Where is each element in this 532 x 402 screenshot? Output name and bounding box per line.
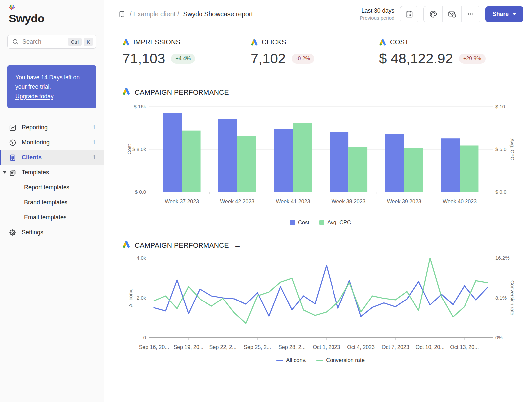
svg-text:$ 10: $ 10 [495, 104, 505, 109]
campaign-performance-line-chart: 4.0k2.0k016.2%8.1%0%All conv.Conversion … [122, 251, 519, 363]
svg-text:Week 42 2023: Week 42 2023 [220, 199, 254, 204]
upgrade-link[interactable]: Upgrade today [15, 93, 53, 100]
main-area: / Example client / Swydo Showcase report… [104, 0, 532, 402]
sidebar-item-monitoring[interactable]: Monitoring1 [0, 135, 104, 150]
svg-text:Oct 7, 2023: Oct 7, 2023 [382, 344, 409, 350]
key-ctrl: Ctrl [68, 38, 82, 46]
swydo-logo[interactable]: Swydo [0, 0, 104, 28]
share-button[interactable]: Share [485, 6, 523, 22]
report-tools-group [423, 6, 480, 22]
sidebar-item-label: Templates [22, 169, 49, 176]
svg-text:Week 38 2023: Week 38 2023 [332, 199, 366, 204]
kpi-label: CLICKS [262, 38, 286, 46]
ellipsis-icon [467, 10, 475, 18]
sidebar-item-templates[interactable]: Templates [0, 165, 104, 180]
palette-icon [429, 10, 437, 18]
breadcrumb-client[interactable]: / Example client / [130, 10, 179, 18]
svg-text:$ 0.0: $ 0.0 [135, 189, 146, 195]
svg-text:Week 40 2023: Week 40 2023 [443, 199, 477, 204]
schedule-email-button[interactable] [442, 6, 461, 22]
key-k: K [84, 38, 93, 46]
bar-chart-canvas: $ 16k$ 8.0k$ 0.0$ 10$ 5.0$ 0.0CostAvg. C… [122, 98, 518, 215]
sidebar: Swydo Search Ctrl K You have 14 Days lef… [0, 0, 104, 402]
kpi-value: 71,103 [122, 51, 165, 67]
svg-text:Week 41 2023: Week 41 2023 [276, 199, 310, 204]
svg-text:Oct 4, 2023: Oct 4, 2023 [347, 344, 375, 350]
chart-legend: All conv.Conversion rate [122, 357, 519, 363]
reporting-icon [9, 124, 17, 132]
legend-item-cost: Cost [290, 219, 309, 226]
svg-text:$ 0.0: $ 0.0 [495, 189, 506, 195]
kpi-value: $ 48,122.92 [379, 51, 453, 67]
section-title-campaign-performance-2: CAMPAIGN PERFORMANCE → [122, 240, 519, 250]
legend-item-avg-cpc: Avg. CPC [319, 219, 351, 226]
breadcrumb: / Example client / Swydo Showcase report [118, 10, 253, 18]
svg-text:0%: 0% [495, 335, 503, 340]
logo-spark-icon [8, 3, 16, 11]
legend-item-all-conv-: All conv. [276, 357, 306, 363]
svg-text:Oct 13, 20...: Oct 13, 20... [450, 344, 479, 350]
logo-wordmark: Swydo [9, 12, 104, 25]
svg-text:Week 37 2023: Week 37 2023 [165, 199, 199, 204]
search-input[interactable]: Search Ctrl K [7, 35, 96, 49]
svg-text:Cost: Cost [126, 144, 132, 155]
svg-text:All conv.: All conv. [128, 289, 133, 307]
share-caret-icon [512, 13, 516, 15]
campaign-performance-bar-chart: $ 16k$ 8.0k$ 0.0$ 10$ 5.0$ 0.0CostAvg. C… [122, 98, 519, 226]
kpi-delta-badge: -0.2% [292, 54, 314, 64]
more-options-button[interactable] [461, 6, 480, 22]
google-ads-icon [251, 39, 258, 46]
svg-text:$ 8.0k: $ 8.0k [132, 146, 146, 152]
section-title-campaign-performance-1: CAMPAIGN PERFORMANCE [122, 87, 519, 97]
sidebar-item-settings[interactable]: Settings [0, 225, 104, 240]
svg-text:4.0k: 4.0k [137, 255, 146, 261]
sidebar-item-label: Clients [22, 154, 42, 161]
sidebar-item-reporting[interactable]: Reporting1 [0, 120, 104, 135]
svg-text:Sep 28, 2...: Sep 28, 2... [278, 344, 306, 350]
section-link-arrow-icon[interactable]: → [234, 241, 241, 250]
sidebar-item-count: 1 [93, 155, 96, 161]
svg-text:$ 16k: $ 16k [134, 104, 146, 109]
svg-text:Sep 22, 2...: Sep 22, 2... [209, 344, 237, 350]
google-ads-icon [122, 87, 130, 95]
sidebar-item-label: Settings [22, 229, 43, 236]
svg-text:Oct 10, 20...: Oct 10, 20... [415, 344, 444, 350]
header-actions: Last 30 days Previous period [360, 6, 523, 22]
report-header: / Example client / Swydo Showcase report… [104, 0, 532, 28]
sidebar-item-brand-templates[interactable]: Brand templates [0, 195, 104, 210]
kpi-row: IMPRESSIONS71,103+4.4%CLICKS7,102-0.2%CO… [122, 38, 519, 67]
svg-text:Oct 1, 2023: Oct 1, 2023 [313, 344, 340, 350]
search-shortcut: Ctrl K [66, 38, 93, 46]
breadcrumb-report-title: Swydo Showcase report [183, 10, 253, 18]
kpi-delta-badge: +4.4% [171, 54, 195, 64]
theme-button[interactable] [424, 6, 442, 22]
line-chart-canvas: 4.0k2.0k016.2%8.1%0%All conv.Conversion … [122, 251, 518, 353]
mail-schedule-icon [448, 10, 456, 18]
sidebar-nav: Reporting1Monitoring1Clients1TemplatesRe… [0, 120, 104, 240]
sidebar-item-email-templates[interactable]: Email templates [0, 210, 104, 225]
kpi-clicks: CLICKS7,102-0.2% [251, 38, 379, 67]
sidebar-item-label: Monitoring [22, 139, 50, 146]
date-range-compare: Previous period [360, 15, 394, 21]
legend-item-conversion-rate: Conversion rate [316, 357, 364, 363]
kpi-delta-badge: +29.9% [459, 54, 486, 64]
kpi-label: IMPRESSIONS [133, 38, 180, 46]
date-range-selector[interactable]: Last 30 days Previous period [360, 7, 394, 21]
date-range-value: Last 30 days [360, 7, 394, 15]
clients-icon [9, 154, 17, 162]
chevron-down-icon[interactable] [3, 171, 6, 174]
svg-text:Avg. CPC: Avg. CPC [510, 138, 515, 160]
templates-icon [9, 169, 17, 177]
client-building-icon [118, 10, 126, 18]
trial-text: You have 14 Days left on your free trial… [15, 74, 80, 90]
calendar-button[interactable] [400, 6, 418, 22]
trial-banner: You have 14 Days left on your free trial… [7, 65, 96, 108]
google-ads-icon [122, 240, 130, 250]
svg-text:8.1%: 8.1% [495, 295, 507, 301]
svg-text:Sep 16, 20...: Sep 16, 20... [139, 344, 169, 350]
settings-icon [9, 229, 17, 237]
svg-text:0: 0 [143, 335, 146, 340]
sidebar-item-report-templates[interactable]: Report templates [0, 180, 104, 195]
sidebar-item-clients[interactable]: Clients1 [0, 150, 104, 165]
google-ads-icon [379, 39, 386, 46]
